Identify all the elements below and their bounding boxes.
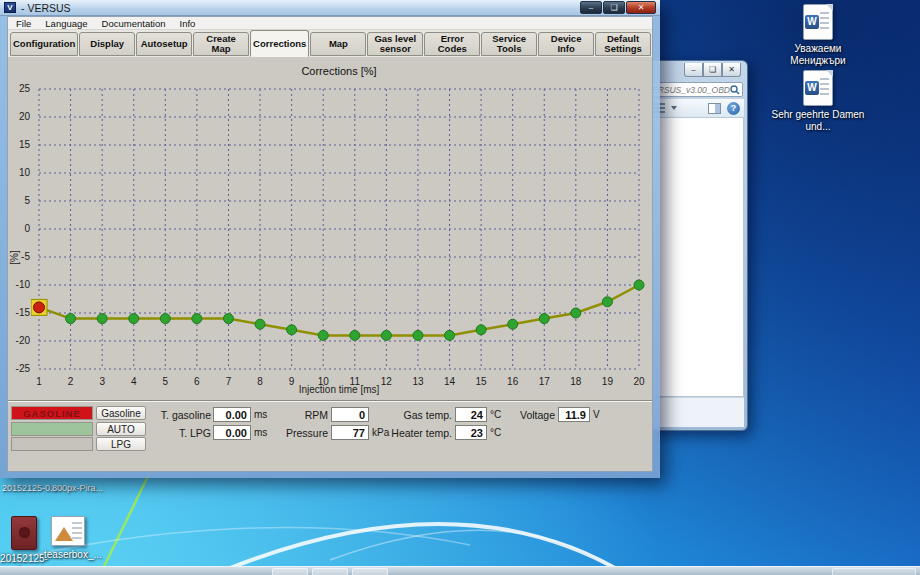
versus-maximize-button[interactable]: ❏ xyxy=(603,1,625,14)
data-point[interactable] xyxy=(255,319,265,329)
tab-configuration[interactable]: Configuration xyxy=(10,32,78,56)
x-tick-label: 4 xyxy=(120,376,148,387)
tab-bar: ConfigurationDisplayAutosetupCreate MapC… xyxy=(8,30,652,57)
desktop-icon-label: Sehr geehrte Damen und... xyxy=(770,109,866,133)
word-document-icon: W xyxy=(803,4,833,40)
desktop-icon-word-0[interactable]: WУважаеми Мениджъри xyxy=(770,4,866,67)
photo-thumbnail-icon xyxy=(11,516,37,550)
doc-text-line xyxy=(820,22,829,24)
data-point[interactable] xyxy=(318,330,328,340)
explorer-titlebar[interactable]: – ❏ ✕ xyxy=(648,63,744,81)
menu-item-file[interactable]: File xyxy=(16,18,31,29)
explorer-search-text: ERSUS_v3.00_OBD_... xyxy=(652,85,730,95)
field-value-heater-temp-[interactable]: 23 xyxy=(455,425,487,440)
tab-device-info[interactable]: Device Info xyxy=(538,32,594,56)
tab-gas-level-sensor[interactable]: Gas level sensor xyxy=(367,32,423,56)
versus-titlebar[interactable]: V - VERSUS – ❏ ✕ xyxy=(0,0,660,16)
pyramid-graphic xyxy=(55,527,73,541)
menu-item-documentation[interactable]: Documentation xyxy=(102,18,166,29)
tab-autosetup[interactable]: Autosetup xyxy=(136,32,192,56)
x-tick-label: 1 xyxy=(25,376,53,387)
data-point[interactable] xyxy=(476,325,486,335)
data-point[interactable] xyxy=(571,308,581,318)
explorer-maximize-button[interactable]: ❏ xyxy=(703,63,722,77)
field-value-voltage[interactable]: 11.9 xyxy=(558,407,590,422)
data-point[interactable] xyxy=(287,325,297,335)
corrections-plot[interactable] xyxy=(31,83,647,375)
data-point[interactable] xyxy=(223,314,233,324)
tab-default-settings[interactable]: Default Settings xyxy=(595,32,651,56)
data-point[interactable] xyxy=(413,330,423,340)
fuel-status-indicator-lpg xyxy=(11,437,93,451)
versus-close-button[interactable]: ✕ xyxy=(626,1,656,14)
data-point[interactable] xyxy=(634,280,644,290)
data-point[interactable] xyxy=(66,314,76,324)
explorer-file-list[interactable] xyxy=(648,118,744,397)
menu-item-language[interactable]: Language xyxy=(45,18,87,29)
data-point[interactable] xyxy=(160,314,170,324)
tab-service-tools[interactable]: Service Tools xyxy=(481,32,537,56)
data-point[interactable] xyxy=(97,314,107,324)
y-tick-label: 20 xyxy=(4,111,30,122)
field-label-t-gasoline: T. gasoline xyxy=(101,409,211,421)
help-icon[interactable]: ? xyxy=(727,102,740,115)
search-icon xyxy=(730,85,740,95)
explorer-window: – ❏ ✕ ERSUS_v3.00_OBD_... ? xyxy=(645,60,748,431)
data-point[interactable] xyxy=(350,330,360,340)
fuel-status-indicator-gasoline: GASOLINE xyxy=(11,406,93,420)
data-point[interactable] xyxy=(508,319,518,329)
taskbar-button[interactable] xyxy=(272,568,308,575)
data-point[interactable] xyxy=(192,314,202,324)
fuel-mode-button-lpg[interactable]: LPG xyxy=(96,437,146,451)
x-tick-label: 16 xyxy=(499,376,527,387)
taskbar-tray[interactable] xyxy=(832,568,916,575)
x-tick-label: 20 xyxy=(625,376,653,387)
y-tick-label: -5 xyxy=(4,251,30,262)
tab-display[interactable]: Display xyxy=(79,32,135,56)
versus-window-frame: FileLanguageDocumentationInfo Configurat… xyxy=(0,16,660,478)
data-point[interactable] xyxy=(602,297,612,307)
desktop-icon-word-1[interactable]: WSehr geehrte Damen und... xyxy=(770,70,866,133)
field-label-t-lpg: T. LPG xyxy=(101,427,211,439)
y-tick-label: 5 xyxy=(4,195,30,206)
explorer-close-button[interactable]: ✕ xyxy=(722,63,741,77)
taskbar[interactable] xyxy=(0,566,920,575)
x-tick-label: 9 xyxy=(278,376,306,387)
desktop-icon-label: Уважаеми Мениджъри xyxy=(770,43,866,67)
fuel-status-indicator-auto xyxy=(11,422,93,436)
tab-map[interactable]: Map xyxy=(310,32,366,56)
x-tick-label: 5 xyxy=(151,376,179,387)
versus-app-icon: V xyxy=(4,2,16,13)
versus-minimize-button[interactable]: – xyxy=(580,1,602,14)
desktop-icon-teaserbox-[interactable]: teaserbox_... xyxy=(44,516,92,561)
views-dropdown-icon[interactable] xyxy=(671,106,677,110)
field-label-pressure: Pressure xyxy=(218,427,328,439)
data-point[interactable] xyxy=(539,314,549,324)
explorer-toolbar: ? xyxy=(648,98,744,118)
data-point[interactable] xyxy=(381,330,391,340)
tab-error-codes[interactable]: Error Codes xyxy=(424,32,480,56)
explorer-search-input[interactable]: ERSUS_v3.00_OBD_... xyxy=(649,82,743,97)
page-fold xyxy=(826,4,833,11)
data-point[interactable] xyxy=(129,314,139,324)
data-point[interactable] xyxy=(445,330,455,340)
explorer-minimize-button[interactable]: – xyxy=(684,63,703,77)
versus-window: V - VERSUS – ❏ ✕ FileLanguageDocumentati… xyxy=(0,0,660,478)
y-tick-label: -25 xyxy=(4,363,30,374)
page-fold xyxy=(826,70,833,77)
word-document-icon: W xyxy=(803,70,833,106)
tab-corrections[interactable]: Corrections xyxy=(250,30,309,57)
menu-item-info[interactable]: Info xyxy=(180,18,196,29)
tab-create-map[interactable]: Create Map xyxy=(193,32,249,56)
doc-text-line xyxy=(820,27,829,29)
preview-pane-icon[interactable] xyxy=(708,103,721,114)
selected-data-point[interactable] xyxy=(34,302,45,313)
taskbar-button[interactable] xyxy=(352,568,388,575)
desktop: WУважаеми МениджъриWSehr geehrte Damen u… xyxy=(0,0,920,575)
taskbar-button[interactable] xyxy=(312,568,348,575)
desktop-icon-label-behind: 800px-Pira... xyxy=(52,483,103,493)
web-text-line xyxy=(72,522,82,524)
corrections-line xyxy=(39,285,639,335)
window-footer-space xyxy=(8,456,652,471)
x-tick-label: 19 xyxy=(593,376,621,387)
